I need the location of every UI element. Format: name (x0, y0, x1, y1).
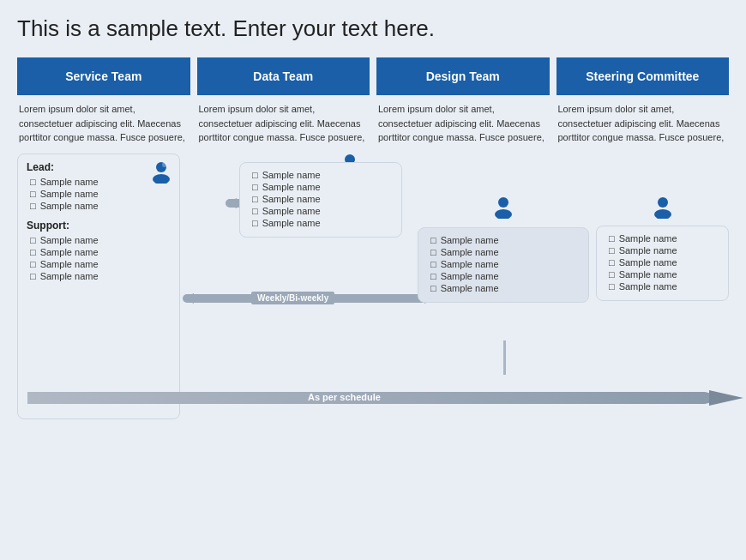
service-person-icon (152, 161, 171, 186)
data-team-column: Data Team Lorem ipsum dolor sit amet, co… (197, 57, 370, 145)
list-item: Sample name (252, 218, 393, 228)
list-item: Sample name (430, 235, 580, 245)
list-item: Sample name (609, 281, 719, 292)
service-team-text: Lorem ipsum dolor sit amet, consectetuer… (17, 102, 190, 145)
design-team-names: Sample name Sample name Sample name Samp… (430, 235, 580, 293)
lead-names-list: Sample name Sample name Sample name (30, 177, 171, 211)
schedule-label: As per schedule (302, 390, 387, 404)
list-item: Sample name (252, 206, 393, 216)
svg-point-11 (498, 197, 508, 208)
support-names-list: Sample name Sample name Sample name Samp… (30, 235, 171, 281)
lead-label: Lead: (27, 161, 171, 173)
schedule-arrow-area: As per schedule (27, 387, 746, 412)
weekly-label: Weekly/Bi-weekly (251, 292, 334, 304)
page-title: This is a sample text. Enter your text h… (17, 15, 729, 42)
list-item: Sample name (430, 247, 580, 257)
steering-names: Sample name Sample name Sample name Samp… (609, 233, 719, 292)
design-team-box: Sample name Sample name Sample name Samp… (418, 227, 589, 303)
list-item: Sample name (30, 271, 171, 281)
data-team-text: Lorem ipsum dolor sit amet, consectetuer… (197, 102, 370, 145)
list-item: Sample name (30, 259, 171, 269)
list-item: Sample name (609, 233, 719, 244)
steering-committee-column: Steering Committee Lorem ipsum dolor sit… (556, 57, 730, 145)
design-team-column: Design Team Lorem ipsum dolor sit amet, … (376, 57, 550, 145)
steering-committee-text: Lorem ipsum dolor sit amet, consectetuer… (556, 102, 730, 145)
list-item: Sample name (430, 271, 580, 281)
design-team-text: Lorem ipsum dolor sit amet, consectetuer… (376, 102, 550, 145)
columns-section: Service Team Lorem ipsum dolor sit amet,… (17, 57, 729, 145)
service-team-header: Service Team (17, 57, 190, 95)
list-item: Sample name (609, 257, 719, 268)
service-team-column: Service Team Lorem ipsum dolor sit amet,… (17, 57, 190, 145)
list-item: Sample name (252, 170, 393, 180)
data-team-box: Sample name Sample name Sample name Samp… (239, 162, 402, 238)
svg-point-12 (495, 209, 512, 219)
steering-committee-header: Steering Committee (556, 57, 730, 95)
middle-section: Daily Sample name Sample name Sample nam… (187, 154, 411, 419)
design-team-header: Design Team (376, 57, 550, 95)
schedule-arrow-svg (27, 387, 746, 409)
data-team-names: Sample name Sample name Sample name Samp… (252, 170, 393, 228)
list-item: Sample name (252, 182, 393, 192)
list-item: Sample name (252, 194, 393, 204)
svg-point-14 (654, 209, 671, 219)
svg-point-2 (162, 162, 167, 167)
steering-committee-box-area: Sample name Sample name Sample name Samp… (596, 154, 729, 419)
list-item: Sample name (609, 245, 719, 256)
steering-person-icon (596, 196, 729, 222)
design-team-area: Sample name Sample name Sample name Samp… (418, 154, 589, 419)
list-item: Sample name (430, 283, 580, 293)
vertical-connector (503, 340, 506, 375)
steering-committee-box: Sample name Sample name Sample name Samp… (596, 226, 729, 301)
list-item: Sample name (430, 259, 580, 269)
weekly-arrow-area: Weekly/Bi-weekly (178, 286, 453, 314)
svg-point-1 (153, 174, 170, 184)
list-item: Sample name (30, 235, 171, 245)
support-label: Support: (27, 220, 171, 232)
list-item: Sample name (30, 177, 171, 187)
list-item: Sample name (609, 269, 719, 280)
data-team-header: Data Team (197, 57, 370, 95)
design-person-icon (418, 196, 589, 222)
svg-marker-16 (709, 390, 743, 406)
list-item: Sample name (30, 201, 171, 211)
list-item: Sample name (30, 247, 171, 257)
service-team-box: Lead: Sample name Sample name Sample nam… (17, 154, 180, 419)
svg-point-13 (658, 197, 668, 208)
list-item: Sample name (30, 189, 171, 199)
